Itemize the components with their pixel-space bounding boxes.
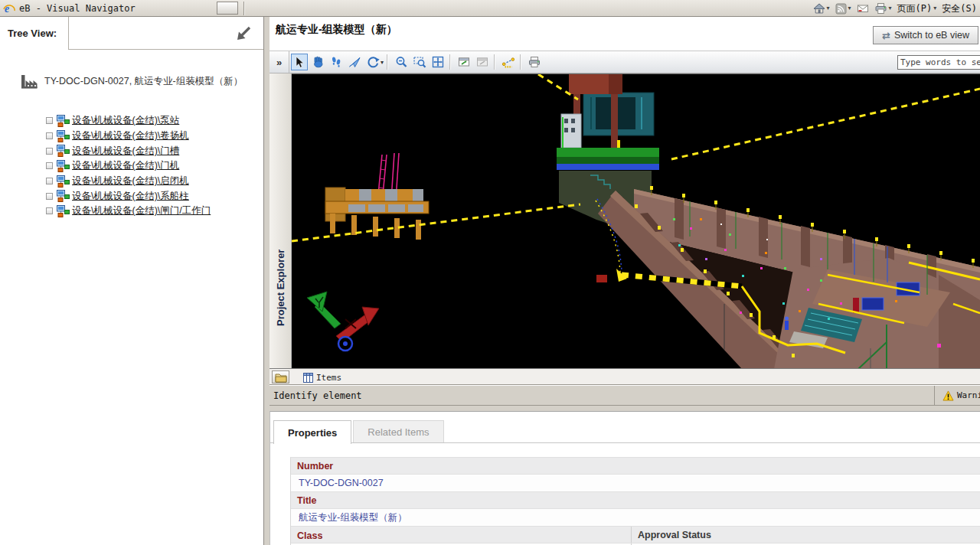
- select-tool-button[interactable]: [291, 54, 308, 70]
- feeds-button[interactable]: ▾: [835, 3, 851, 15]
- tree-view-tab: Tree View:: [0, 17, 69, 50]
- title-value-link[interactable]: 航运专业-组装模型（新）: [291, 511, 407, 524]
- document-header: 航运专业-组装模型（新） ⇄ Switch to eB view: [270, 17, 980, 51]
- toolbar-separator: [520, 54, 521, 70]
- warnings-indicator[interactable]: Warning: [934, 386, 980, 405]
- magnifier-region-icon: [413, 55, 426, 69]
- saved-view-tool-button[interactable]: [456, 54, 472, 70]
- footprints-icon: [329, 55, 343, 69]
- tab-properties[interactable]: Properties: [273, 420, 351, 444]
- viewer-search-input[interactable]: [897, 55, 980, 70]
- tree-item-checkbox[interactable]: [46, 162, 53, 169]
- folder-icon: [275, 372, 287, 383]
- hierarchy-node-icon: [57, 160, 70, 172]
- tab-related-items[interactable]: Related Items: [353, 420, 443, 442]
- tree-root-label[interactable]: TY-DOC-DGN-0027, 航运专业-组装模型（新）: [44, 75, 243, 88]
- field-value-title: 航运专业-组装模型（新）: [291, 509, 980, 527]
- field-header-class-approval: Class Approval Status: [291, 527, 980, 543]
- page-caret-icon: ▾: [933, 5, 936, 11]
- tree-item-label[interactable]: 设备\机械设备(金结)\启闭机: [72, 175, 189, 188]
- swap-arrows-icon: ⇄: [882, 30, 890, 41]
- toolbar-separator: [494, 54, 495, 70]
- approval-status-header-cell: Approval Status: [631, 527, 980, 543]
- tree-item-checkbox[interactable]: [46, 132, 53, 139]
- tree-item-checkbox[interactable]: [46, 207, 53, 214]
- mail-icon: [857, 3, 869, 14]
- print-view-tool-button[interactable]: [526, 54, 543, 70]
- print-caret-icon[interactable]: ▾: [889, 5, 892, 11]
- items-tab[interactable]: Items: [297, 370, 348, 385]
- eb-visual-navigator-window: e eB - Visual Navigator ▾ ▾: [0, 0, 980, 545]
- tree-item-checkbox[interactable]: [46, 193, 53, 200]
- warning-icon: [942, 390, 954, 401]
- print-button[interactable]: ▾: [874, 2, 892, 15]
- hierarchy-node-icon: [57, 175, 70, 188]
- safety-menu-button[interactable]: 安全(S): [942, 2, 977, 15]
- walk-tool-button[interactable]: [328, 54, 345, 70]
- tree-item-checkbox[interactable]: [46, 148, 53, 155]
- items-grid-icon: [303, 373, 313, 383]
- field-header-title: Title: [291, 492, 980, 509]
- panel-splitter[interactable]: [265, 17, 270, 545]
- tree-item-label[interactable]: 设备\机械设备(金结)\卷扬机: [72, 129, 189, 142]
- project-explorer-label: Project Explorer: [275, 250, 286, 326]
- window-title: eB - Visual Navigator: [19, 3, 136, 14]
- 3d-viewport-canvas[interactable]: [292, 73, 980, 368]
- tree-item-label[interactable]: 设备\机械设备(金结)\泵站: [72, 114, 179, 127]
- number-value-link[interactable]: TY-DOC-DGN-0027: [291, 478, 384, 488]
- measure-tool-button[interactable]: [500, 54, 517, 70]
- home-caret-icon[interactable]: ▾: [827, 5, 830, 11]
- toolbar-separator: [449, 54, 451, 70]
- fly-tool-button[interactable]: [346, 54, 363, 70]
- fit-view-tool-button[interactable]: [430, 54, 446, 70]
- project-explorer-tab[interactable]: Project Explorer: [270, 73, 292, 368]
- titlebar-separator: [243, 2, 245, 15]
- tree-item: 设备\机械设备(金结)\闸门/工作门: [0, 204, 263, 219]
- tree-item-label[interactable]: 设备\机械设备(金结)\门槽: [72, 145, 179, 158]
- printer-icon: [528, 55, 541, 69]
- page-menu-button[interactable]: 页面(P) ▾: [897, 2, 937, 15]
- home-button[interactable]: ▾: [813, 2, 830, 15]
- tree-item-checkbox[interactable]: [46, 117, 53, 124]
- titlebar-mini-button[interactable]: [217, 2, 238, 15]
- zoom-region-tool-button[interactable]: [411, 54, 428, 70]
- feeds-icon: [835, 3, 847, 15]
- toolbar-overflow-button[interactable]: »: [270, 51, 289, 73]
- saved-view-disabled-tool-button[interactable]: [474, 54, 491, 70]
- switch-to-eb-view-button[interactable]: ⇄ Switch to eB view: [873, 26, 978, 44]
- orbit-dropdown-caret-icon[interactable]: ▾: [381, 59, 384, 66]
- properties-tabbar: Properties Related Items: [273, 420, 444, 444]
- collapse-panel-arrow-icon[interactable]: [234, 24, 253, 43]
- fit-view-icon: [431, 55, 445, 69]
- magnifier-icon: [394, 55, 408, 69]
- pan-tool-button[interactable]: [309, 54, 326, 70]
- feeds-caret-icon[interactable]: ▾: [848, 5, 851, 11]
- printer-icon: [874, 2, 887, 15]
- tree-item-checkbox[interactable]: [46, 178, 53, 184]
- properties-panel: Properties Related Items Number TY-DOC-D…: [270, 411, 980, 545]
- field-header-number: Number: [291, 458, 980, 475]
- zoom-tool-button[interactable]: [393, 54, 410, 70]
- warning-label: Warning: [957, 390, 980, 400]
- tree-root-node[interactable]: TY-DOC-DGN-0027, 航运专业-组装模型（新）: [20, 72, 243, 90]
- browser-command-bar: ▾ ▾: [813, 0, 978, 17]
- read-mail-button[interactable]: [857, 3, 869, 14]
- factory-icon: [20, 72, 41, 90]
- saved-view-icon: [457, 55, 471, 69]
- viewer-toolbar: »: [270, 51, 980, 73]
- cursor-icon: [292, 55, 306, 69]
- tree-item: 设备\机械设备(金结)\门槽: [0, 143, 263, 158]
- hierarchy-node-icon: [57, 130, 70, 142]
- measure-icon: [501, 55, 515, 69]
- tree-item-label[interactable]: 设备\机械设备(金结)\系船柱: [72, 190, 189, 203]
- orbit-rotate-icon: [366, 55, 380, 69]
- folder-button[interactable]: [272, 370, 289, 383]
- status-message: Identify element: [273, 390, 362, 401]
- tree-item: 设备\机械设备(金结)\启闭机: [0, 174, 263, 189]
- paper-plane-icon: [348, 55, 361, 69]
- tree-item-label[interactable]: 设备\机械设备(金结)\闸门/工作门: [72, 204, 211, 217]
- hierarchy-node-icon: [57, 145, 70, 157]
- hierarchy-node-icon: [57, 205, 70, 217]
- orbit-tool-button[interactable]: [364, 54, 381, 70]
- tree-item-label[interactable]: 设备\机械设备(金结)\门机: [72, 159, 179, 172]
